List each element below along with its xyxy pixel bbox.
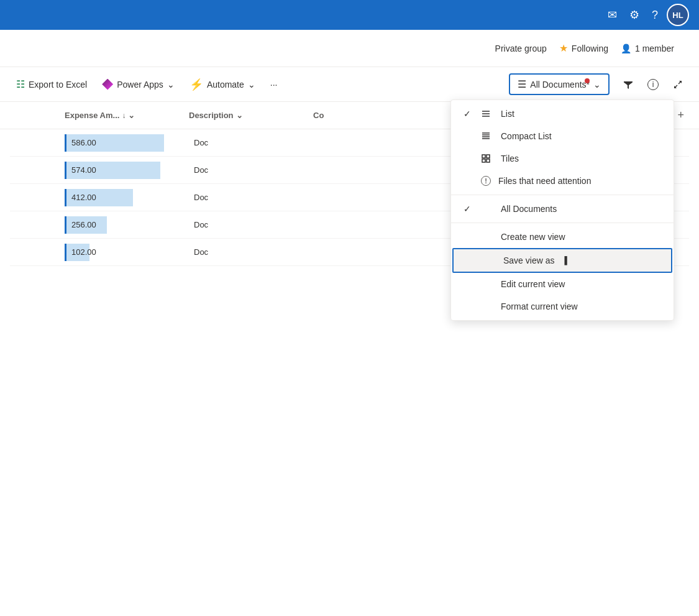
member-count: 👤 1 member [621,44,674,53]
amount-cell-1: 586.00 [65,134,189,152]
menu-item-all-documents[interactable]: ✓ All Documents [451,198,674,220]
automate-button[interactable]: ⚡ Automate ⌄ [183,74,262,95]
power-apps-label: Power Apps [117,80,163,90]
check-icon-list: ✓ [464,109,473,119]
amount-value-2: 574.00 [71,165,96,175]
amount-value-1: 586.00 [71,138,96,147]
info-icon: i [647,79,659,90]
view-dropdown-menu: ✓ List ✓ Compact List ✓ Tiles [450,99,674,321]
notification-icon[interactable]: ✉ [604,4,621,25]
all-documents-button[interactable]: ☰ All Documents* ⌄ [509,73,610,95]
filter-chevron-desc[interactable]: ⌄ [236,111,243,120]
svg-rect-8 [487,155,490,158]
settings-icon[interactable]: ⚙ [626,4,643,25]
amount-bar-4: 256.00 [65,216,107,234]
all-docs-label: All Documents* [530,80,590,90]
description-header-label: Description [189,111,234,120]
menu-create-view-label: Create new view [501,232,565,242]
automate-label: Automate [207,80,244,90]
menu-list-label: List [501,109,514,119]
chevron-down-icon: ⌄ [167,80,175,90]
menu-item-save-view[interactable]: ✓ Save view as ▌ [452,248,672,273]
person-icon: 👤 [621,44,631,53]
following-label: Following [572,44,608,53]
attention-icon: ! [481,176,491,186]
menu-item-list[interactable]: ✓ List [451,103,674,125]
amount-bar-5: 102.00 [65,244,89,261]
member-label: 1 member [635,44,674,53]
export-label: Export to Excel [29,80,87,90]
menu-edit-view-label: Edit current view [501,279,565,289]
tiles-icon [481,154,493,163]
amount-cell-2: 574.00 [65,162,189,179]
filter-icon [623,80,633,90]
amount-value-4: 256.00 [71,220,96,229]
other-column-header[interactable]: Co [308,111,370,120]
menu-item-compact-list[interactable]: ✓ Compact List [451,125,674,147]
amount-cell-3: 412.00 [65,189,189,206]
amount-value-3: 412.00 [71,193,96,202]
star-icon: ★ [559,42,568,54]
menu-divider-2 [451,223,674,223]
amount-bar-3: 412.00 [65,189,133,206]
sort-icon: ↓ [122,111,126,120]
user-avatar[interactable]: HL [667,4,689,26]
amount-value-5: 102.00 [71,247,96,257]
private-group-text: Private group [495,44,547,53]
amount-cell-4: 256.00 [65,216,189,234]
menu-files-attention-label: Files that need attention [498,176,591,186]
expense-header-label: Expense Am... [65,111,119,120]
amount-bar-1: 586.00 [65,134,164,152]
list-icon: ☰ [518,78,526,90]
amount-bar-2: 574.00 [65,162,160,179]
power-apps-icon [102,79,113,90]
menu-divider-1 [451,195,674,195]
top-navigation-bar: ✉ ⚙ ? HL [0,0,699,30]
description-header[interactable]: Description ⌄ [184,111,308,120]
svg-rect-7 [482,155,485,158]
menu-save-view-label: Save view as [503,255,554,265]
add-column-button[interactable]: + [672,106,689,124]
export-to-excel-button[interactable]: ☷ Export to Excel [10,75,93,94]
desc-cell-3: Doc [194,193,318,202]
menu-compact-list-label: Compact List [501,131,552,141]
svg-rect-9 [482,159,485,162]
amount-cell-5: 102.00 [65,244,189,261]
compact-list-icon [481,131,493,141]
menu-tiles-label: Tiles [501,154,519,163]
excel-icon: ☷ [16,78,25,90]
menu-format-view-label: Format current view [501,301,578,311]
menu-all-documents-label: All Documents [501,204,557,214]
following-button[interactable]: ★ Following [559,42,608,54]
power-apps-button[interactable]: Power Apps ⌄ [96,75,181,94]
desc-cell-2: Doc [194,165,318,175]
expand-button[interactable] [667,73,689,96]
filter-chevron-expense[interactable]: ⌄ [128,111,135,120]
info-button[interactable]: i [642,73,664,96]
menu-item-files-attention[interactable]: ✓ ! Files that need attention [451,170,674,192]
check-icon-all-docs: ✓ [464,204,473,214]
main-content-area: Private group ★ Following 👤 1 member ☷ E… [0,30,699,616]
notification-dot [585,78,590,83]
toolbar-right-icons: i [617,73,689,96]
cursor-indicator: ▌ [564,256,570,265]
desc-cell-4: Doc [194,220,318,229]
menu-item-edit-view[interactable]: ✓ Edit current view [451,273,674,295]
filter-button[interactable] [617,73,639,96]
menu-item-tiles[interactable]: ✓ Tiles [451,147,674,170]
more-options-button[interactable]: ··· [264,76,284,93]
list-view-icon [481,109,493,119]
svg-rect-10 [487,159,490,162]
expense-amount-header[interactable]: Expense Am... ↓ ⌄ [60,111,184,120]
chevron-down-icon3: ⌄ [593,80,601,90]
more-label: ··· [270,80,278,90]
desc-cell-1: Doc [194,138,318,147]
automate-icon: ⚡ [190,78,203,91]
other-header-label: Co [313,111,324,120]
menu-item-format-view[interactable]: ✓ Format current view [451,295,674,318]
menu-item-create-view[interactable]: ✓ Create new view [451,226,674,248]
expand-icon [673,80,683,90]
desc-cell-5: Doc [194,247,318,257]
help-icon[interactable]: ? [648,5,662,25]
private-group-label: Private group [495,44,547,53]
